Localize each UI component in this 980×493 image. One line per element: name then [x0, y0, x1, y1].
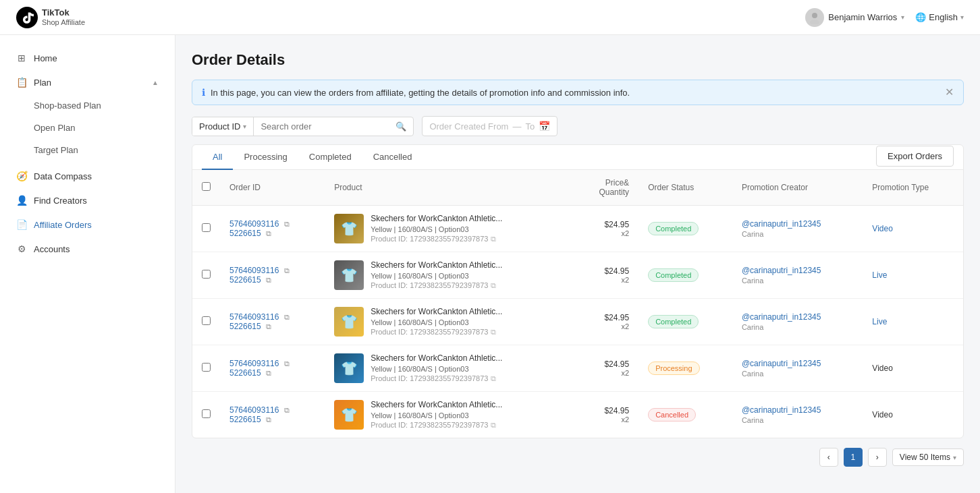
promo-type-cell: Live	[863, 299, 963, 345]
export-orders-button[interactable]: Export Orders	[876, 146, 954, 167]
search-submit-icon[interactable]: 🔍	[389, 117, 413, 136]
next-page-button[interactable]: ›	[868, 448, 887, 467]
order-id-link[interactable]: 57646093116	[229, 219, 279, 229]
sidebar-item-data-compass[interactable]: 🧭 Data Compass	[0, 164, 175, 188]
row-checkbox-cell	[192, 206, 220, 252]
row-checkbox[interactable]	[202, 270, 211, 279]
order-id-link[interactable]: 57646093116	[229, 312, 279, 322]
prev-page-button[interactable]: ‹	[819, 448, 838, 467]
copy-icon[interactable]: ⧉	[284, 359, 290, 368]
promo-type-link[interactable]: Live	[872, 270, 887, 280]
tab-cancelled[interactable]: Cancelled	[362, 145, 423, 170]
search-wrapper: Product ID ▾ 🔍	[192, 117, 414, 136]
row-checkbox[interactable]	[202, 316, 211, 325]
row-checkbox[interactable]	[202, 363, 211, 372]
price-qty-cell: $24.95 x2	[574, 206, 639, 252]
status-badge: Processing	[648, 361, 699, 375]
product-id-copy[interactable]: ⧉	[491, 281, 496, 289]
creator-name: Carina	[742, 416, 853, 424]
copy-icon-2[interactable]: ⧉	[266, 229, 271, 237]
price-qty-cell: $24.95 x2	[574, 345, 639, 392]
filters: Product ID ▾ 🔍 Order Created From — To 📅	[192, 116, 964, 136]
page-size-label: View 50 Items	[900, 453, 950, 462]
info-banner-close[interactable]: ✕	[945, 87, 954, 98]
creator-username[interactable]: @carinaputri_in12345	[742, 405, 853, 415]
date-separator: —	[512, 121, 521, 132]
page-size-chevron: ▾	[953, 454, 956, 461]
sidebar-item-home[interactable]: ⊞ Home	[0, 46, 175, 70]
promo-type-text: Video	[872, 364, 892, 373]
product-id-copy[interactable]: ⧉	[491, 328, 496, 336]
promo-type-text: Video	[872, 410, 892, 419]
product-id-copy[interactable]: ⧉	[491, 235, 496, 243]
product-name: Skechers for WorkCankton Athletic...	[371, 214, 564, 223]
plan-icon: 📋	[16, 77, 27, 88]
date-picker[interactable]: Order Created From — To 📅	[422, 116, 557, 136]
page-1-button[interactable]: 1	[844, 448, 863, 467]
sidebar-item-affiliate-orders[interactable]: 📄 Affiliate Orders	[0, 212, 175, 237]
promo-type-cell: Video	[863, 345, 963, 392]
search-type-select[interactable]: Product ID ▾	[192, 117, 254, 136]
sidebar-item-label: Affiliate Orders	[34, 220, 92, 230]
order-id-link[interactable]: 57646093116	[229, 405, 279, 415]
select-all-header	[192, 170, 220, 206]
product-cell: 👕 Skechers for WorkCankton Athletic... Y…	[325, 299, 573, 345]
sidebar-item-shop-plan[interactable]: Shop-based Plan	[0, 94, 175, 117]
select-all-checkbox[interactable]	[202, 182, 211, 191]
sidebar-item-target-plan[interactable]: Target Plan	[0, 139, 175, 161]
status-badge: Completed	[648, 268, 699, 282]
page-size-select[interactable]: View 50 Items ▾	[892, 448, 964, 466]
creator-username[interactable]: @carinaputri_in12345	[742, 219, 853, 229]
order-id-link-2[interactable]: 5226615	[229, 368, 261, 378]
creator-name: Carina	[742, 370, 853, 378]
product-info: Skechers for WorkCankton Athletic... Yel…	[371, 400, 564, 430]
copy-icon[interactable]: ⧉	[284, 406, 290, 414]
language-selector[interactable]: 🌐 English ▾	[915, 12, 964, 22]
order-id-cell: 57646093116 ⧉ 5226615 ⧉	[220, 299, 325, 345]
promo-type-link[interactable]: Live	[872, 317, 887, 326]
order-id-link-2[interactable]: 5226615	[229, 229, 261, 238]
search-input[interactable]	[254, 117, 389, 136]
creator-username[interactable]: @carinaputri_in12345	[742, 312, 853, 322]
tab-processing[interactable]: Processing	[233, 145, 298, 170]
copy-icon-2[interactable]: ⧉	[266, 322, 271, 330]
order-id-link-2[interactable]: 5226615	[229, 322, 261, 331]
creator-username[interactable]: @carinaputri_in12345	[742, 359, 853, 368]
product-name: Skechers for WorkCankton Athletic...	[371, 260, 564, 270]
copy-icon-2[interactable]: ⧉	[266, 415, 271, 424]
promo-type-link[interactable]: Video	[872, 224, 892, 233]
sidebar-group-header-plan[interactable]: 📋 Plan ▲	[0, 70, 175, 94]
copy-icon[interactable]: ⧉	[284, 220, 290, 228]
row-checkbox[interactable]	[202, 223, 211, 232]
date-to-label: To	[525, 121, 535, 132]
creator-cell: @carinaputri_in12345 Carina	[732, 206, 863, 252]
data-compass-icon: 🧭	[16, 171, 27, 181]
info-banner-text: In this page, you can view the orders fr…	[211, 88, 630, 98]
tab-all[interactable]: All	[202, 145, 233, 170]
order-id-link-2[interactable]: 5226615	[229, 275, 261, 285]
copy-icon[interactable]: ⧉	[284, 266, 290, 274]
qty-value: x2	[583, 229, 630, 237]
user-menu[interactable]: Benjamin Warrios ▾	[805, 8, 904, 27]
lang-chevron-icon: ▾	[960, 13, 964, 21]
sidebar-item-find-creators[interactable]: 👤 Find Creators	[0, 188, 175, 212]
tab-completed[interactable]: Completed	[298, 145, 362, 170]
product-variant: Yellow | 160/80A/S | Option03	[371, 411, 564, 419]
creator-name: Carina	[742, 230, 853, 238]
order-id-link[interactable]: 57646093116	[229, 266, 279, 275]
sidebar-item-open-plan[interactable]: Open Plan	[0, 117, 175, 139]
order-id-link-2[interactable]: 5226615	[229, 415, 261, 424]
price-qty-cell: $24.95 x2	[574, 252, 639, 299]
thumb-decoration: 👕	[334, 353, 364, 383]
sidebar-item-accounts[interactable]: ⚙ Accounts	[0, 237, 175, 261]
copy-icon-2[interactable]: ⧉	[266, 276, 271, 284]
creator-username[interactable]: @carinaputri_in12345	[742, 266, 853, 275]
copy-icon-2[interactable]: ⧉	[266, 369, 271, 377]
copy-icon[interactable]: ⧉	[284, 313, 290, 321]
order-id-link[interactable]: 57646093116	[229, 359, 279, 368]
product-id-copy[interactable]: ⧉	[491, 421, 496, 429]
status-badge: Cancelled	[648, 408, 696, 422]
row-checkbox[interactable]	[202, 409, 211, 418]
product-id-copy[interactable]: ⧉	[491, 374, 496, 382]
product-info: Skechers for WorkCankton Athletic... Yel…	[371, 214, 564, 243]
